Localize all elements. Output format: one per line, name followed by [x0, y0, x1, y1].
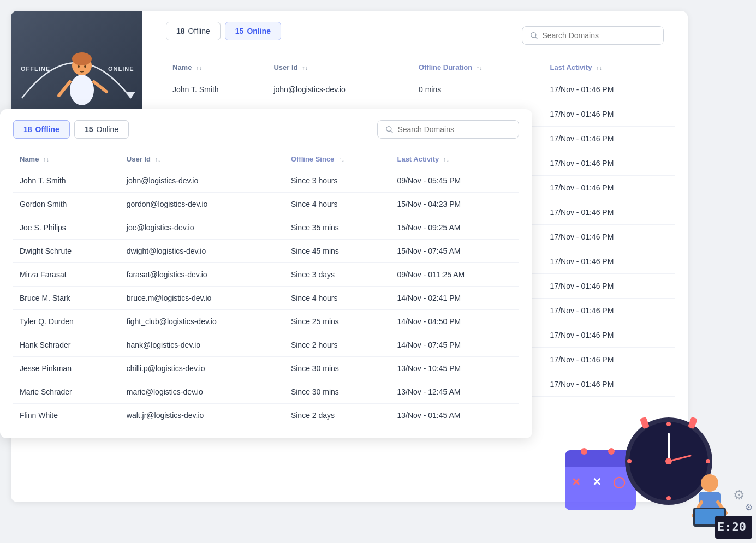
fg-col-name[interactable]: Name ↑↓: [13, 150, 120, 169]
fg-online-tab[interactable]: 15 Online: [74, 120, 129, 139]
fg-row-offline-since: Since 3 days: [284, 263, 391, 287]
svg-line-14: [391, 131, 392, 133]
fg-table-row: Mirza Farasat farasat@logistics-dev.io S…: [13, 263, 519, 287]
foreground-panel: 18 Offline 15 Online Name ↑↓ User Id ↑↓: [0, 109, 532, 438]
bg-row-last-activity: 17/Nov - 01:46 PM: [544, 102, 675, 127]
fg-search-input[interactable]: [397, 125, 511, 134]
bg-row-last-activity: 17/Nov - 01:46 PM: [544, 249, 675, 274]
bg-online-tab[interactable]: 15 Online: [225, 22, 281, 40]
fg-row-userid: hank@logistics-dev.io: [120, 333, 284, 357]
last-activity-sort-icon: ↑↓: [596, 64, 602, 71]
bg-table-row: John T. Smith john@logistics-dev.io 0 mi…: [166, 77, 675, 102]
fg-row-name: Tyler Q. Durden: [13, 310, 120, 333]
fg-row-name: John T. Smith: [13, 169, 120, 193]
svg-text:OFFLINE: OFFLINE: [21, 65, 50, 72]
fg-row-userid: farasat@logistics-dev.io: [120, 263, 284, 287]
svg-point-6: [70, 75, 94, 105]
bg-row-last-activity: 17/Nov - 01:46 PM: [544, 176, 675, 200]
svg-text:✕: ✕: [572, 476, 581, 488]
bg-row-name: John T. Smith: [166, 77, 267, 102]
bg-row-userid: john@logistics-dev.io: [267, 77, 412, 102]
fg-row-userid: walt.jr@logistics-dev.io: [120, 404, 284, 427]
fg-name-sort-icon: ↑↓: [43, 156, 49, 163]
fg-row-offline-since: Since 4 hours: [284, 193, 391, 216]
svg-point-26: [666, 496, 671, 500]
fg-offline-tab[interactable]: 18 Offline: [13, 120, 70, 139]
fg-row-last-activity: 14/Nov - 02:41 PM: [390, 287, 519, 310]
fg-col-userid[interactable]: User Id ↑↓: [120, 150, 284, 169]
svg-text:◯: ◯: [613, 476, 626, 488]
bg-offline-count: 18: [176, 27, 185, 35]
fg-row-userid: gordon@logistics-dev.io: [120, 193, 284, 216]
bg-row-last-activity: 17/Nov - 01:46 PM: [544, 127, 675, 151]
fg-row-last-activity: 15/Nov - 04:23 PM: [390, 193, 519, 216]
svg-text:⚙: ⚙: [733, 487, 745, 502]
bg-col-userid[interactable]: User Id ↑↓: [267, 58, 412, 77]
bg-row-last-activity: 17/Nov - 01:46 PM: [544, 274, 675, 299]
svg-point-34: [701, 474, 718, 492]
fg-col-offline-since[interactable]: Offline Since ↑↓: [284, 150, 391, 169]
fg-table-row: Hank Schrader hank@logistics-dev.io Sinc…: [13, 333, 519, 357]
fg-row-last-activity: 14/Nov - 07:45 PM: [390, 333, 519, 357]
fg-top-row: 18 Offline 15 Online: [13, 120, 519, 139]
bg-col-offline-duration[interactable]: Offline Duration ↑↓: [412, 58, 544, 77]
fg-table-row: Jesse Pinkman chilli.p@logistics-dev.io …: [13, 357, 519, 380]
fg-row-offline-since: Since 2 days: [284, 404, 391, 427]
svg-line-12: [535, 37, 537, 39]
fg-row-name: Gordon Smith: [13, 193, 120, 216]
search-icon: [530, 31, 538, 40]
fg-row-name: Mirza Farasat: [13, 263, 120, 287]
offline-duration-sort-icon: ↑↓: [477, 64, 483, 71]
fg-row-userid: bruce.m@logistics-dev.io: [120, 287, 284, 310]
fg-row-userid: joe@logistics-dev.io: [120, 216, 284, 240]
svg-point-21: [581, 448, 587, 455]
bg-row-last-activity: 17/Nov - 01:46 PM: [544, 348, 675, 372]
fg-row-userid: fight_club@logistics-dev.io: [120, 310, 284, 333]
fg-row-last-activity: 15/Nov - 07:45 AM: [390, 240, 519, 263]
bg-offline-tab[interactable]: 18 Offline: [166, 22, 221, 40]
svg-point-31: [665, 458, 672, 464]
fg-row-name: Bruce M. Stark: [13, 287, 120, 310]
fg-row-userid: dwight@logistics-dev.io: [120, 240, 284, 263]
fg-row-offline-since: Since 45 mins: [284, 240, 391, 263]
fg-offline-label: Offline: [35, 125, 59, 134]
svg-text:ONLINE: ONLINE: [108, 65, 134, 72]
bg-row-last-activity: 17/Nov - 01:46 PM: [544, 77, 675, 102]
fg-row-last-activity: 14/Nov - 04:50 PM: [390, 310, 519, 333]
fg-row-last-activity: 15/Nov - 09:25 AM: [390, 216, 519, 240]
fg-row-name: Joe S. Philips: [13, 216, 120, 240]
fg-table-row: Joe S. Philips joe@logistics-dev.io Sinc…: [13, 216, 519, 240]
fg-table-row: Dwight Schrute dwight@logistics-dev.io S…: [13, 240, 519, 263]
svg-point-5: [72, 52, 92, 65]
fg-col-last-activity[interactable]: Last Activity ↑↓: [390, 150, 519, 169]
bg-col-last-activity[interactable]: Last Activity ↑↓: [544, 58, 675, 77]
fg-row-offline-since: Since 4 hours: [284, 287, 391, 310]
bg-col-name[interactable]: Name ↑↓: [166, 58, 267, 77]
bg-online-count: 15: [235, 27, 244, 35]
fg-search-icon: [385, 125, 393, 134]
fg-table-row: Bruce M. Stark bruce.m@logistics-dev.io …: [13, 287, 519, 310]
fg-table-row: Marie Schrader marie@logistics-dev.io Si…: [13, 380, 519, 404]
fg-row-name: Marie Schrader: [13, 380, 120, 404]
svg-point-27: [627, 459, 632, 463]
fg-offline-since-sort-icon: ↑↓: [338, 156, 344, 163]
svg-point-10: [84, 65, 86, 68]
fg-row-offline-since: Since 30 mins: [284, 380, 391, 404]
svg-point-25: [666, 422, 671, 426]
svg-text:✕: ✕: [592, 476, 602, 488]
bg-row-last-activity: 17/Nov - 01:46 PM: [544, 200, 675, 225]
fg-last-activity-sort-icon: ↑↓: [443, 156, 449, 163]
fg-row-last-activity: 09/Nov - 011:25 AM: [390, 263, 519, 287]
bg-search-box[interactable]: [522, 26, 664, 45]
fg-row-name: Hank Schrader: [13, 333, 120, 357]
bg-row-last-activity: 17/Nov - 01:46 PM: [544, 299, 675, 323]
fg-row-userid: chilli.p@logistics-dev.io: [120, 357, 284, 380]
fg-search-box[interactable]: [377, 120, 519, 139]
bg-search-input[interactable]: [542, 31, 656, 40]
bg-online-label: Online: [247, 27, 271, 35]
fg-table-row: Tyler Q. Durden fight_club@logistics-dev…: [13, 310, 519, 333]
bg-tabs: 18 Offline 15 Online: [166, 22, 281, 40]
fg-userid-sort-icon: ↑↓: [154, 156, 160, 163]
bg-offline-label: Offline: [188, 27, 210, 35]
fg-online-label: Online: [97, 125, 118, 134]
